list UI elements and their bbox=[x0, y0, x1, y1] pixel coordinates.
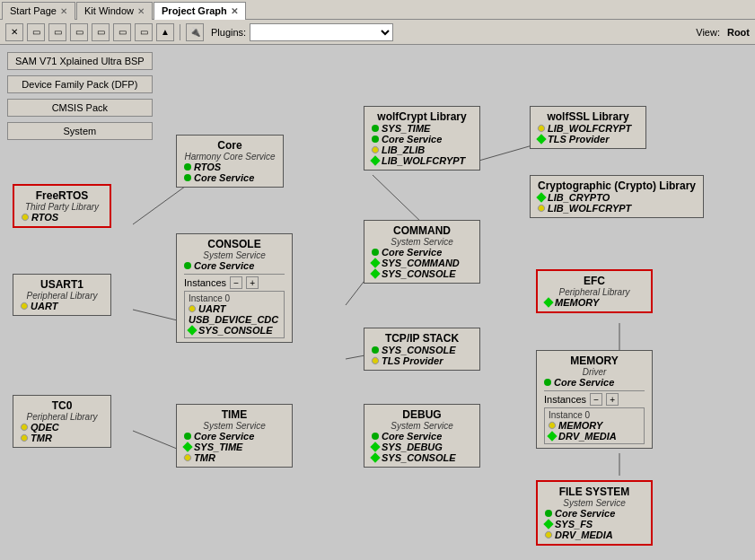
wolfssl-dot1 bbox=[536, 123, 546, 133]
btn2[interactable]: ▭ bbox=[48, 23, 66, 41]
efc-diamond1 bbox=[543, 297, 553, 307]
memory-plus-btn[interactable]: + bbox=[606, 393, 619, 406]
memory-inst-item2: DRV_MEDIA bbox=[549, 431, 640, 442]
console-subtitle: System Service bbox=[184, 250, 285, 260]
tab-bar: Start Page ✕ Kit Window ✕ Project Graph … bbox=[0, 0, 755, 20]
tab-close-start[interactable]: ✕ bbox=[60, 6, 67, 16]
time-subtitle: System Service bbox=[184, 421, 285, 431]
command-item2: SYS_COMMAND bbox=[372, 258, 472, 268]
filesystem-subtitle: System Service bbox=[545, 498, 644, 508]
console-inst-item2: USB_DEVICE_CDC bbox=[189, 314, 280, 325]
btn6[interactable]: ▭ bbox=[135, 23, 153, 41]
filesystem-dot3 bbox=[543, 529, 553, 539]
btn1[interactable]: ▭ bbox=[27, 23, 45, 41]
command-dot1 bbox=[372, 249, 379, 256]
node-console: CONSOLE System Service Core Service Inst… bbox=[176, 233, 293, 343]
btn5[interactable]: ▭ bbox=[113, 23, 131, 41]
tab-project-graph[interactable]: Project Graph ✕ bbox=[154, 2, 246, 20]
filesystem-item2: SYS_FS bbox=[545, 519, 644, 529]
usart1-title: USART1 bbox=[21, 278, 103, 291]
time-title: TIME bbox=[184, 408, 285, 421]
svg-line-0 bbox=[133, 184, 189, 224]
tc0-dot2 bbox=[19, 433, 29, 442]
crypto-item2: LIB_WOLFCRYPT bbox=[538, 203, 696, 214]
tab-close-graph[interactable]: ✕ bbox=[231, 6, 238, 16]
system-btn[interactable]: System bbox=[7, 122, 153, 140]
view-value: Root bbox=[727, 27, 750, 38]
plugins-label: Plugins: bbox=[211, 27, 246, 38]
up-btn[interactable]: ▲ bbox=[156, 23, 174, 41]
tc0-dot1 bbox=[19, 422, 29, 432]
plugins-dropdown[interactable] bbox=[250, 23, 393, 41]
memory-instance0: Instance 0 MEMORY DRV_MEDIA bbox=[544, 407, 645, 444]
console-inst-dot1 bbox=[187, 303, 197, 313]
btn4[interactable]: ▭ bbox=[92, 23, 110, 41]
tc0-title: TC0 bbox=[21, 399, 103, 412]
freertoS-title: FreeRTOS bbox=[22, 189, 102, 202]
time-diamond2 bbox=[182, 442, 192, 451]
tcpip-dot2 bbox=[370, 355, 380, 365]
wolfcrypt-item4: LIB_WOLFCRYPT bbox=[372, 155, 472, 166]
wolfcrypt-dot2 bbox=[372, 136, 379, 143]
filesystem-title: FILE SYSTEM bbox=[545, 486, 644, 498]
wolfssl-diamond2 bbox=[536, 134, 546, 144]
console-inst-item1: UART bbox=[189, 303, 280, 314]
efc-subtitle: Peripheral Library bbox=[545, 287, 644, 297]
node-memory: MEMORY Driver Core Service Instances − +… bbox=[536, 350, 653, 449]
node-core: Core Harmony Core Service RTOS Core Serv… bbox=[176, 135, 284, 188]
time-dot3 bbox=[182, 452, 192, 462]
console-minus-btn[interactable]: − bbox=[230, 276, 242, 289]
tab-close-kit[interactable]: ✕ bbox=[137, 6, 145, 16]
tab-kit-window[interactable]: Kit Window ✕ bbox=[76, 2, 153, 20]
tc0-item1: QDEC bbox=[21, 422, 103, 433]
console-dot1 bbox=[184, 262, 191, 269]
efc-item1: MEMORY bbox=[545, 297, 644, 308]
console-inst-diamond bbox=[187, 325, 197, 335]
core-title: Core bbox=[184, 139, 276, 152]
btn3[interactable]: ▭ bbox=[70, 23, 88, 41]
cmsis-btn[interactable]: CMSIS Pack bbox=[7, 99, 153, 117]
node-debug: DEBUG System Service Core Service SYS_DE… bbox=[364, 404, 480, 468]
time-item2: SYS_TIME bbox=[184, 442, 285, 452]
console-title: CONSOLE bbox=[184, 238, 285, 250]
wolfcrypt-item1: SYS_TIME bbox=[372, 123, 472, 134]
debug-item3: SYS_CONSOLE bbox=[372, 452, 472, 463]
node-tc0: TC0 Peripheral Library QDEC TMR bbox=[13, 395, 111, 448]
memory-inst-dot1 bbox=[547, 420, 557, 430]
tcpip-item1: SYS_CONSOLE bbox=[372, 345, 472, 355]
usart1-item1: UART bbox=[21, 301, 103, 311]
core-subtitle: Harmony Core Service bbox=[184, 152, 276, 162]
tc0-item2: TMR bbox=[21, 433, 103, 443]
node-efc: EFC Peripheral Library MEMORY bbox=[536, 269, 653, 313]
wolfcrypt-dot1 bbox=[372, 125, 379, 132]
command-item1: Core Service bbox=[372, 247, 472, 258]
node-crypto: Cryptographic (Crypto) Library LIB_CRYPT… bbox=[530, 175, 704, 218]
memory-minus-btn[interactable]: − bbox=[590, 393, 602, 406]
dfp-btn[interactable]: Device Family Pack (DFP) bbox=[7, 75, 153, 93]
core-item2: Core Service bbox=[184, 172, 276, 183]
freertoS-item1: RTOS bbox=[22, 212, 102, 223]
tcpip-item2: TLS Provider bbox=[372, 355, 472, 366]
close-btn[interactable]: ✕ bbox=[5, 23, 23, 41]
console-instances-bar: Instances − + bbox=[184, 274, 285, 289]
memory-inst-item1: MEMORY bbox=[549, 420, 640, 431]
sam-bsp-btn[interactable]: SAM V71 Xplained Ultra BSP bbox=[7, 52, 153, 70]
command-subtitle: System Service bbox=[372, 237, 472, 247]
filesystem-item3: DRV_MEDIA bbox=[545, 529, 644, 540]
separator bbox=[180, 24, 180, 40]
console-plus-btn[interactable]: + bbox=[246, 276, 259, 289]
memory-instances-bar: Instances − + bbox=[544, 390, 645, 406]
command-diamond2 bbox=[370, 258, 380, 267]
tab-start-page[interactable]: Start Page ✕ bbox=[2, 2, 75, 20]
plugin-icon[interactable]: 🔌 bbox=[186, 23, 204, 41]
console-instance0: Instance 0 UART USB_DEVICE_CDC SYS_CONSO… bbox=[184, 291, 285, 338]
filesystem-dot1 bbox=[545, 510, 552, 517]
svg-line-2 bbox=[133, 431, 177, 449]
toolbar: ✕ ▭ ▭ ▭ ▭ ▭ ▭ ▲ 🔌 Plugins: View: Root bbox=[0, 20, 755, 45]
node-wolfcrypt: wolfCrypt Library SYS_TIME Core Service … bbox=[364, 106, 480, 171]
tc0-subtitle: Peripheral Library bbox=[21, 412, 103, 422]
node-freertoS: FreeRTOS Third Party Library RTOS bbox=[13, 184, 111, 228]
freertoS-subtitle: Third Party Library bbox=[22, 202, 102, 212]
filesystem-item1: Core Service bbox=[545, 508, 644, 519]
main-graph: SAM V71 Xplained Ultra BSP Device Family… bbox=[0, 45, 755, 560]
